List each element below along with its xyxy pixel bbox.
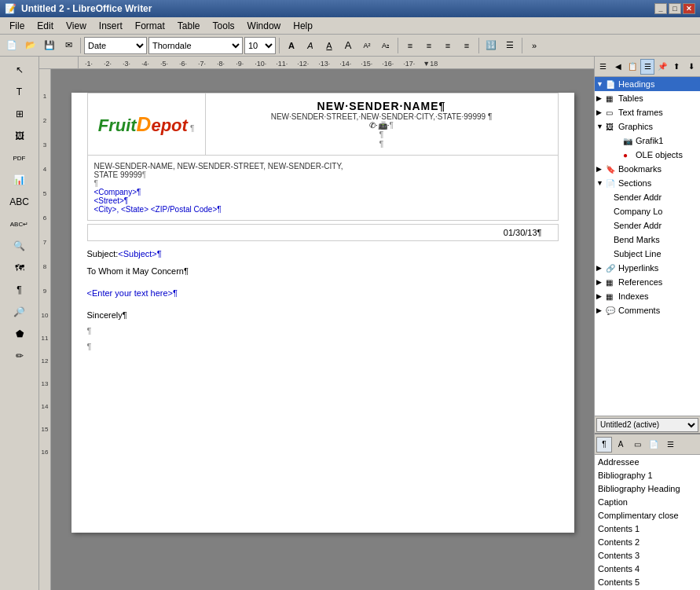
nav-content-view[interactable]: ☰: [640, 59, 654, 75]
align-center[interactable]: ≡: [420, 37, 438, 54]
align-left[interactable]: ≡: [401, 37, 419, 54]
style-contents1[interactable]: Contents 1: [595, 522, 700, 535]
minimize-button[interactable]: _: [654, 3, 667, 14]
main-area: ↖ T ⊞ 🖼 PDF 📊 ABC ABC↵ 🔍 🗺 ¶ 🔎 ⬟ ✏ ·1··2…: [0, 57, 700, 590]
tree-graphics[interactable]: ▼ 🖼 Graphics: [595, 119, 700, 134]
menu-file[interactable]: File: [3, 19, 31, 33]
nav-list-box[interactable]: 📋: [625, 59, 640, 75]
nav-down[interactable]: ⬇: [684, 59, 698, 75]
tree-references[interactable]: ▶ ▦ References: [595, 275, 700, 289]
superscript-button[interactable]: A²: [358, 37, 376, 54]
menu-window[interactable]: Window: [241, 19, 288, 33]
textframes-icon: ▭: [606, 108, 618, 117]
menu-view[interactable]: View: [60, 19, 93, 33]
style-contents3[interactable]: Contents 3: [595, 548, 700, 562]
menu-table[interactable]: Table: [171, 19, 207, 33]
tree-sender-addr1[interactable]: Sender Addr: [610, 190, 700, 204]
tree-ole[interactable]: ● OLE objects: [610, 148, 700, 162]
draw-tool[interactable]: ✏: [9, 346, 30, 366]
bullets-button[interactable]: ☰: [501, 37, 519, 54]
chart-tool[interactable]: 📊: [9, 170, 30, 190]
style-contents2[interactable]: Contents 2: [595, 535, 700, 548]
tree-bookmarks[interactable]: ▶ 🔖 Bookmarks: [595, 162, 700, 176]
style-contents5[interactable]: Contents 5: [595, 575, 700, 588]
tree-bend-marks[interactable]: Bend Marks: [610, 233, 700, 247]
menu-tools[interactable]: Tools: [207, 19, 241, 33]
nav-up[interactable]: ⬆: [670, 59, 684, 75]
style-bibliography-heading[interactable]: Bibliography Heading: [595, 482, 700, 495]
open-button[interactable]: 📂: [22, 37, 39, 54]
spell-check[interactable]: ABC: [9, 192, 30, 212]
tree-subject-line[interactable]: Subject Line: [610, 247, 700, 261]
menu-insert[interactable]: Insert: [93, 19, 129, 33]
styles-toolbar: ¶ A ▭ 📄 ☰: [595, 434, 700, 455]
nav-toggle-all[interactable]: ☰: [596, 59, 610, 75]
email-button[interactable]: ✉: [60, 37, 77, 54]
menu-format[interactable]: Format: [129, 19, 171, 33]
new-button[interactable]: 📄: [3, 37, 20, 54]
navigator-toolbar: ☰ ◀ 📋 ☰ 📌 ⬆ ⬇: [595, 57, 700, 77]
subscript-button[interactable]: A₂: [377, 37, 394, 54]
tree-comments[interactable]: ▶ 💬 Comments: [595, 303, 700, 317]
bold-button[interactable]: A: [283, 37, 300, 54]
pdf-tool[interactable]: PDF: [9, 148, 30, 168]
menu-help[interactable]: Help: [287, 19, 319, 33]
tree-tables[interactable]: ▶ ▦ Tables: [595, 91, 700, 105]
selection-tool[interactable]: ↖: [9, 60, 30, 80]
style-contents4[interactable]: Contents 4: [595, 562, 700, 575]
style-complimentary[interactable]: Complimentary close: [595, 508, 700, 522]
font-name-select[interactable]: Thorndale: [148, 37, 243, 54]
styles-page[interactable]: 📄: [646, 437, 662, 453]
street-field: <Street>¶: [94, 196, 552, 205]
tree-headings[interactable]: ▼ 📄 Headings: [595, 77, 700, 91]
style-addressee[interactable]: Addressee: [595, 455, 700, 468]
zoom[interactable]: 🔎: [9, 302, 30, 322]
close-button[interactable]: ✕: [683, 3, 695, 14]
table-tool[interactable]: ⊞: [9, 104, 30, 124]
find-replace[interactable]: 🔍: [9, 236, 30, 256]
doc-selector-select[interactable]: Untitled2 (active): [596, 418, 698, 432]
italic-button[interactable]: A: [302, 37, 319, 54]
subject-label: Subject:: [87, 249, 119, 258]
align-right[interactable]: ≡: [439, 37, 456, 54]
para-mark1: ¶: [390, 121, 394, 130]
styles-para[interactable]: ¶: [596, 437, 612, 453]
align-justify[interactable]: ≡: [458, 37, 475, 54]
nav-back[interactable]: ◀: [611, 59, 625, 75]
page-scroll[interactable]: FruitDepot ¶ NEW·SENDER·NAME¶ NEW·SENDER…: [51, 69, 594, 590]
style-caption[interactable]: Caption: [595, 495, 700, 508]
comments-expand: ▶: [596, 306, 606, 314]
doc-area[interactable]: ·1··2··3··4··5··6··7··8··9··10··11··12··…: [39, 57, 594, 590]
styles[interactable]: ¶: [9, 280, 30, 300]
document-page: FruitDepot ¶ NEW·SENDER·NAME¶ NEW·SENDER…: [71, 93, 574, 533]
tree-company-lo[interactable]: Company Lo: [610, 204, 700, 218]
styles-frame[interactable]: ▭: [629, 437, 645, 453]
underline-button[interactable]: A: [321, 37, 338, 54]
more-button[interactable]: »: [526, 37, 543, 54]
font-color-button[interactable]: A: [339, 37, 357, 54]
image-tool[interactable]: 🖼: [9, 126, 30, 146]
tree-grafik1[interactable]: 📷 Grafik1: [610, 134, 700, 148]
font-style-select[interactable]: Date: [84, 37, 147, 54]
toolbar: 📄 📂 💾 ✉ Date Thorndale 10 A A A A A² A₂ …: [0, 35, 700, 57]
navigator[interactable]: 🗺: [9, 258, 30, 278]
header-info: NEW·SENDER·NAME¶ NEW·SENDER·STREET,·NEW·…: [206, 93, 558, 155]
font-size-select[interactable]: 10: [244, 37, 276, 54]
tree-textframes[interactable]: ▶ ▭ Text frames: [595, 105, 700, 119]
autocorrect[interactable]: ABC↵: [9, 214, 30, 234]
menu-edit[interactable]: Edit: [31, 19, 60, 33]
maximize-button[interactable]: □: [669, 3, 681, 14]
styles-list[interactable]: ☰: [662, 437, 678, 453]
style-bibliography1[interactable]: Bibliography 1: [595, 468, 700, 482]
numbering-button[interactable]: 🔢: [482, 37, 500, 54]
nav-pin[interactable]: 📌: [655, 59, 669, 75]
tree-sender-addr2[interactable]: Sender Addr: [610, 218, 700, 233]
sep3: [398, 38, 398, 53]
tree-sections[interactable]: ▼ 📄 Sections: [595, 176, 700, 190]
save-button[interactable]: 💾: [41, 37, 58, 54]
tree-hyperlinks[interactable]: ▶ 🔗 Hyperlinks: [595, 261, 700, 275]
tree-indexes[interactable]: ▶ ▦ Indexes: [595, 289, 700, 303]
styles-char[interactable]: A: [613, 437, 629, 453]
text-tool[interactable]: T: [9, 82, 30, 102]
shapes[interactable]: ⬟: [9, 324, 30, 344]
